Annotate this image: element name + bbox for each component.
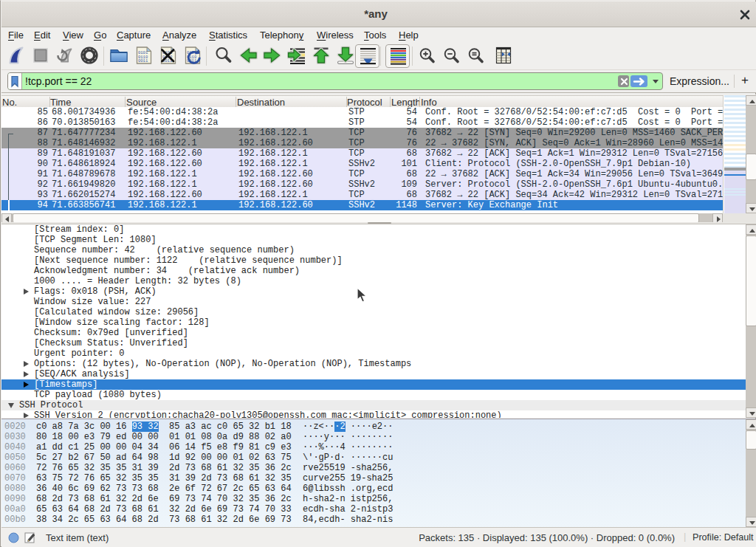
svg-text:0011: 0011 <box>138 58 148 63</box>
